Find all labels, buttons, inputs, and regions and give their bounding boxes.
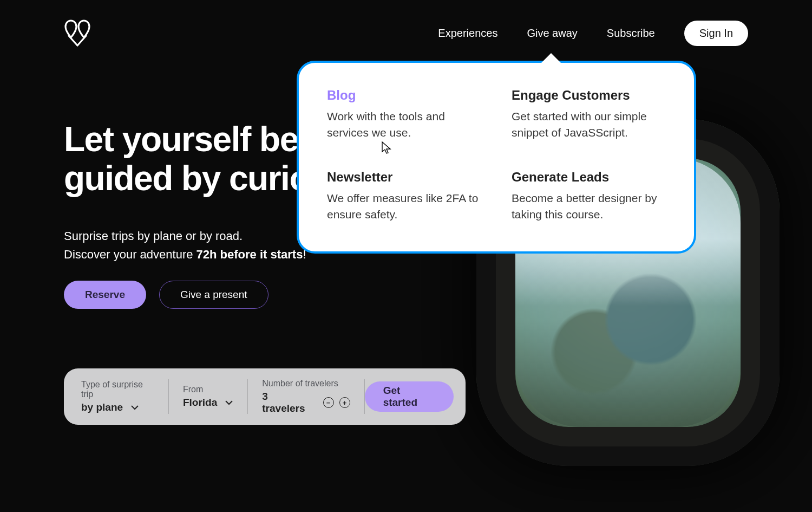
nav-give-away[interactable]: Give away: [527, 27, 577, 40]
hero-sub-line: Discover your adventure: [64, 248, 197, 261]
traveler-stepper: − +: [323, 397, 350, 408]
give-present-button[interactable]: Give a present: [159, 281, 269, 309]
field-value: 3 travelers: [262, 391, 310, 414]
field-from[interactable]: From Florida: [169, 379, 248, 414]
get-started-button[interactable]: Get started: [365, 381, 454, 412]
field-label: Number of travelers: [262, 379, 350, 388]
dropdown-item-newsletter[interactable]: Newsletter We offer measures like 2FA to…: [327, 170, 481, 223]
field-label: From: [183, 385, 233, 394]
increment-button[interactable]: +: [339, 397, 350, 408]
field-label: Type of surprise trip: [81, 380, 154, 399]
booking-bar: Type of surprise trip by plane From Flor…: [64, 368, 466, 425]
site-header: Experiences Give away Subscribe Sign In: [0, 0, 812, 48]
primary-nav: Experiences Give away Subscribe Sign In: [438, 21, 748, 46]
sign-in-button[interactable]: Sign In: [684, 21, 748, 46]
hero-cta-row: Reserve Give a present: [64, 281, 269, 309]
hero-headline-line: Let yourself be: [64, 120, 298, 159]
chevron-down-icon: [225, 398, 233, 407]
hero-sub-bold: 72h before it starts: [197, 248, 303, 261]
reserve-button[interactable]: Reserve: [64, 281, 146, 309]
nav-experiences[interactable]: Experiences: [438, 27, 497, 40]
hero-sub-line: Surprise trips by plane or by road.: [64, 229, 243, 243]
chevron-down-icon: [130, 403, 139, 412]
decrement-button[interactable]: −: [323, 397, 334, 408]
subscribe-dropdown: Blog Work with the tools and services we…: [297, 61, 696, 254]
dropdown-item-blog[interactable]: Blog Work with the tools and services we…: [327, 88, 481, 141]
field-value: Florida: [183, 397, 217, 409]
field-travelers: Number of travelers 3 travelers − +: [248, 379, 364, 414]
dropdown-item-title: Blog: [327, 88, 481, 103]
dropdown-item-desc: Work with the tools and services we use.: [327, 108, 481, 141]
dropdown-item-title: Generate Leads: [512, 170, 666, 185]
nav-subscribe[interactable]: Subscribe: [607, 27, 655, 40]
dropdown-item-desc: Become a better designer by taking this …: [512, 190, 666, 223]
brand-logo[interactable]: [64, 18, 91, 48]
field-value: by plane: [81, 401, 123, 413]
dropdown-item-title: Engage Customers: [512, 88, 666, 103]
dropdown-item-engage[interactable]: Engage Customers Get started with our si…: [512, 88, 666, 141]
dropdown-item-desc: Get started with our simple snippet of J…: [512, 108, 666, 141]
dropdown-item-title: Newsletter: [327, 170, 481, 185]
dropdown-item-desc: We offer measures like 2FA to ensure saf…: [327, 190, 481, 223]
field-trip-type[interactable]: Type of surprise trip by plane: [81, 379, 169, 414]
dropdown-item-leads[interactable]: Generate Leads Become a better designer …: [512, 170, 666, 223]
